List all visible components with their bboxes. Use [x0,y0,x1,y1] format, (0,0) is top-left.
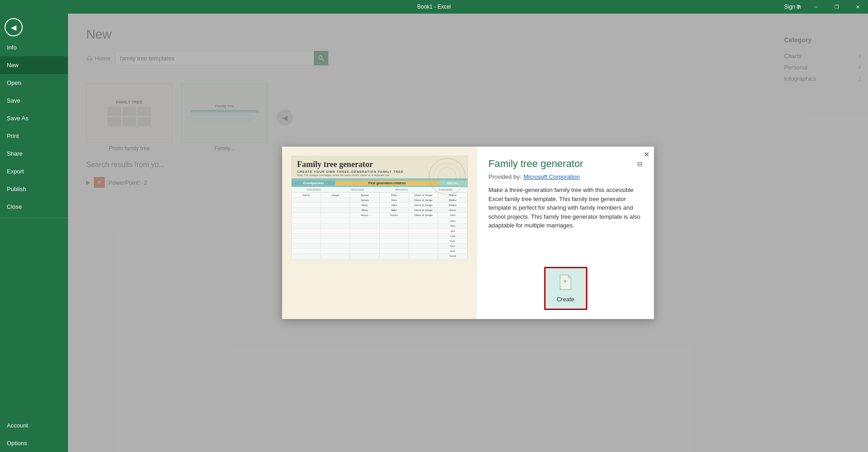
sidebar-item-new[interactable]: New [0,56,68,74]
sidebar-item-share[interactable]: Share [0,145,68,162]
modal-backdrop: ✕ ⊟ Fam [68,14,868,452]
ft-row-5: Royce Karen Glenn & Vange John [292,213,468,218]
modal-provided-by: Provided by: Microsoft Corporation [488,173,643,180]
modal-preview-panel: Family tree generator CREATE YOUR OWN TH… [282,147,477,319]
sidebar-item-save-as[interactable]: Save As [0,109,68,127]
sidebar-bottom: Account Options [0,417,68,452]
sidebar: ◀ Info New Open Save Save As Print Share… [0,14,68,452]
col-header-grandparents: Grandparents [292,181,335,186]
create-icon: ✦ [558,274,573,294]
ft-preview: Family tree generator CREATE YOUR OWN TH… [291,156,468,260]
create-button[interactable]: ✦ Create [544,267,587,310]
title-bar: Book1 - Excel ? Sign in ─ ❐ ✕ [0,0,868,14]
window-title: Book1 - Excel [417,4,451,10]
svg-point-3 [434,163,461,190]
main-content: New Home [68,14,868,452]
sidebar-item-save[interactable]: Save [0,92,68,109]
new-document-icon: ✦ [558,274,573,290]
modal-dialog: ✕ ⊟ Fam [282,147,654,319]
modal-info-panel: Family tree generator Provided by: Micro… [477,147,654,319]
modal-close-button[interactable]: ✕ [644,150,649,159]
sidebar-item-close[interactable]: Close [0,198,68,216]
sidebar-item-account[interactable]: Account [0,417,68,434]
decoration [427,156,468,197]
restore-btn[interactable]: ❐ [826,0,847,14]
close-window-btn[interactable]: ✕ [847,0,868,14]
sidebar-item-options[interactable]: Options [0,434,68,452]
svg-text:✦: ✦ [563,278,567,285]
create-label: Create [556,296,574,303]
ft-row-4: Misty Mike Glenn & Vange Rene [292,208,468,213]
minimize-btn[interactable]: ─ [805,0,826,14]
sidebar-item-print[interactable]: Print [0,127,68,145]
sidebar-divider [0,218,68,218]
ft-row-6: John [292,219,468,224]
sidebar-item-info[interactable]: Info [0,39,68,56]
modal-template-title: Family tree generator [488,158,643,170]
svg-point-2 [429,158,465,195]
sign-in-link[interactable]: Sign in [780,0,805,14]
back-button[interactable]: ◀ [5,18,23,36]
svg-point-4 [438,167,456,186]
modal-description: Make a three-generation family tree with… [488,186,643,258]
window-controls: ─ ❐ ✕ [805,0,868,14]
ft-row-3: Misty Jake Glenn & Vange Walter [292,203,468,208]
sub-col-spouses: SPOUSES [336,188,380,192]
sidebar-item-open[interactable]: Open [0,74,68,92]
sidebar-item-publish[interactable]: Publish [0,180,68,198]
ft-row-2: James Nica Glenn & Vange Walter [292,198,468,203]
sub-col-children: CHILDREN [292,188,336,192]
modal-expand-icon[interactable]: ⊟ [637,160,643,167]
sub-col-parents: PARENTS [380,188,424,192]
col-header-first-gen: First generation children [335,181,439,186]
sidebar-item-export[interactable]: Export [0,162,68,180]
modal-create-area: ✦ Create [488,267,643,310]
provider-link[interactable]: Microsoft Corporation [523,173,580,180]
